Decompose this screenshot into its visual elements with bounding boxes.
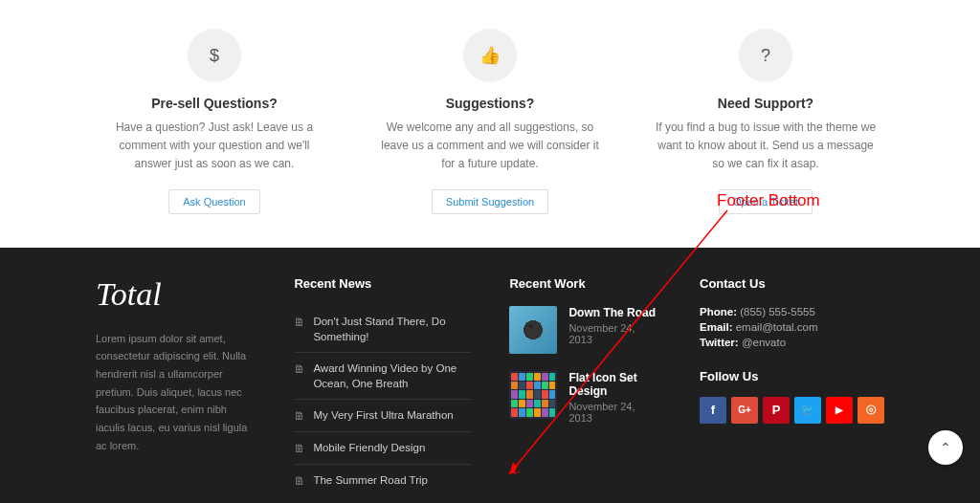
contact-phone: Phone: (855) 555-5555 bbox=[700, 306, 884, 317]
pinterest-icon[interactable]: P bbox=[763, 397, 790, 424]
footer: Total Lorem ipsum dolor sit amet, consec… bbox=[0, 248, 980, 503]
facebook-icon[interactable]: f bbox=[700, 397, 726, 424]
feature-desc: We welcome any and all suggestions, so l… bbox=[371, 119, 609, 174]
footer-about: Total Lorem ipsum dolor sit amet, consec… bbox=[96, 276, 256, 497]
feature-desc: Have a question? Just ask! Leave us a co… bbox=[96, 119, 333, 174]
work-date: November 24, 2013 bbox=[568, 401, 661, 424]
feature-support: ? Need Support? If you find a bug to iss… bbox=[647, 29, 884, 214]
news-title: Award Winning Video by One Ocean, One Br… bbox=[313, 361, 471, 391]
youtube-icon[interactable]: ▶ bbox=[826, 397, 853, 424]
document-icon: 🗎 bbox=[294, 441, 305, 456]
annotation-label: Footer Bottom bbox=[717, 191, 820, 210]
dollar-icon: $ bbox=[188, 29, 241, 82]
news-item[interactable]: 🗎Don't Just Stand There, Do Something! bbox=[294, 306, 471, 353]
work-title: Down The Road bbox=[568, 306, 661, 319]
news-item[interactable]: 🗎Award Winning Video by One Ocean, One B… bbox=[294, 353, 471, 400]
work-title: Flat Icon Set Design bbox=[568, 371, 661, 398]
footer-contact: Contact Us Phone: (855) 555-5555 Email: … bbox=[700, 276, 884, 497]
contact-twitter: Twitter: @envato bbox=[700, 337, 884, 348]
work-item[interactable]: Down The Road November 24, 2013 bbox=[509, 306, 661, 354]
feature-title: Need Support? bbox=[647, 96, 884, 111]
features-row: $ Pre-sell Questions? Have a question? J… bbox=[0, 0, 980, 248]
feature-suggestions: 👍 Suggestions? We welcome any and all su… bbox=[371, 29, 609, 214]
submit-suggestion-button[interactable]: Submit Suggestion bbox=[432, 189, 548, 214]
contact-email: Email: email@total.com bbox=[700, 321, 884, 333]
question-icon: ? bbox=[739, 29, 792, 82]
work-item[interactable]: Flat Icon Set Design November 24, 2013 bbox=[509, 371, 661, 424]
follow-heading: Follow Us bbox=[700, 369, 884, 383]
ask-question-button[interactable]: Ask Question bbox=[168, 189, 259, 214]
document-icon: 🗎 bbox=[294, 315, 305, 330]
work-thumbnail bbox=[509, 306, 557, 354]
news-title: Mobile Friendly Design bbox=[313, 440, 425, 455]
document-icon: 🗎 bbox=[294, 361, 305, 377]
brand-logo: Total bbox=[96, 276, 256, 313]
footer-news: Recent News 🗎Don't Just Stand There, Do … bbox=[294, 276, 471, 497]
thumbs-up-icon: 👍 bbox=[463, 29, 517, 82]
work-thumbnail bbox=[509, 371, 557, 419]
scroll-to-top-button[interactable]: ⌃ bbox=[928, 430, 963, 465]
feature-desc: If you find a bug to issue with the them… bbox=[647, 119, 884, 174]
rss-icon[interactable]: ⦾ bbox=[858, 397, 884, 424]
feature-title: Suggestions? bbox=[371, 96, 609, 111]
news-title: The Summer Road Trip bbox=[313, 472, 428, 488]
feature-title: Pre-sell Questions? bbox=[96, 96, 333, 111]
social-row: f G+ P 🐦 ▶ ⦾ bbox=[700, 397, 884, 424]
document-icon: 🗎 bbox=[294, 408, 305, 424]
footer-work: Recent Work Down The Road November 24, 2… bbox=[509, 276, 661, 497]
chevron-up-icon: ⌃ bbox=[940, 440, 951, 455]
news-item[interactable]: 🗎Mobile Friendly Design bbox=[294, 432, 471, 465]
news-title: My Very First Ultra Marathon bbox=[313, 407, 453, 423]
feature-presell: $ Pre-sell Questions? Have a question? J… bbox=[96, 29, 333, 214]
recent-news-heading: Recent News bbox=[294, 276, 471, 291]
google-plus-icon[interactable]: G+ bbox=[731, 397, 758, 424]
news-item[interactable]: 🗎My Very First Ultra Marathon bbox=[294, 400, 471, 432]
about-text: Lorem ipsum dolor sit amet, consectetur … bbox=[96, 330, 256, 455]
contact-heading: Contact Us bbox=[700, 276, 884, 291]
news-title: Don't Just Stand There, Do Something! bbox=[313, 314, 471, 344]
news-item[interactable]: 🗎The Summer Road Trip bbox=[294, 465, 471, 496]
recent-work-heading: Recent Work bbox=[509, 276, 661, 291]
work-date: November 24, 2013 bbox=[568, 322, 661, 345]
document-icon: 🗎 bbox=[294, 473, 305, 489]
twitter-icon[interactable]: 🐦 bbox=[794, 397, 821, 424]
